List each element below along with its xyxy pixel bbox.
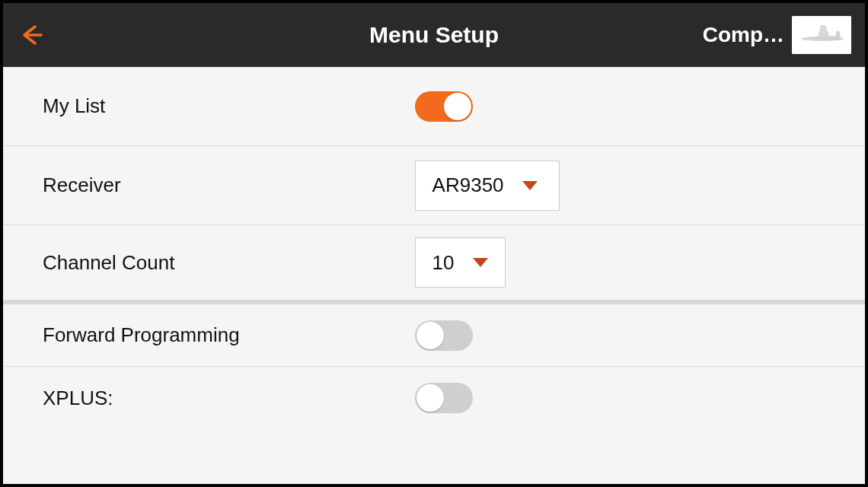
forward-programming-label: Forward Programming [43, 323, 395, 347]
channel-count-select[interactable]: 10 [415, 237, 506, 288]
receiver-value: AR9350 [432, 173, 504, 197]
model-selector[interactable]: Comp… [703, 16, 851, 54]
toggle-knob [416, 322, 444, 349]
row-channel-count: Channel Count 10 [3, 225, 865, 304]
channel-count-control: 10 [395, 237, 825, 288]
row-my-list: My List [3, 67, 865, 146]
app-frame: Menu Setup Comp… My List [0, 0, 868, 487]
airplane-icon [792, 16, 851, 54]
chevron-down-icon [473, 258, 488, 267]
toggle-knob [416, 384, 444, 412]
toggle-knob [444, 93, 471, 120]
my-list-label: My List [43, 94, 395, 118]
channel-count-value: 10 [432, 251, 455, 275]
header-bar: Menu Setup Comp… [3, 3, 865, 67]
model-name-label: Comp… [703, 23, 784, 47]
app-inner: Menu Setup Comp… My List [3, 3, 865, 484]
receiver-control: AR9350 [395, 161, 825, 211]
chevron-down-icon [522, 181, 538, 190]
row-receiver: Receiver AR9350 [3, 146, 865, 225]
channel-count-label: Channel Count [43, 251, 395, 275]
back-button[interactable] [17, 21, 46, 49]
back-arrow-icon [18, 22, 44, 48]
forward-programming-control [395, 320, 825, 351]
my-list-toggle[interactable] [415, 91, 473, 122]
receiver-label: Receiver [43, 173, 395, 197]
row-forward-programming: Forward Programming [3, 304, 865, 367]
my-list-control [395, 91, 825, 122]
xplus-label: XPLUS: [43, 387, 395, 410]
receiver-select[interactable]: AR9350 [415, 161, 560, 211]
model-thumbnail [792, 16, 851, 54]
forward-programming-toggle[interactable] [415, 320, 473, 351]
row-xplus: XPLUS: [3, 367, 865, 429]
xplus-control [395, 383, 825, 413]
xplus-toggle[interactable] [415, 383, 473, 413]
settings-list: My List Receiver AR9350 Channel Coun [3, 67, 865, 484]
